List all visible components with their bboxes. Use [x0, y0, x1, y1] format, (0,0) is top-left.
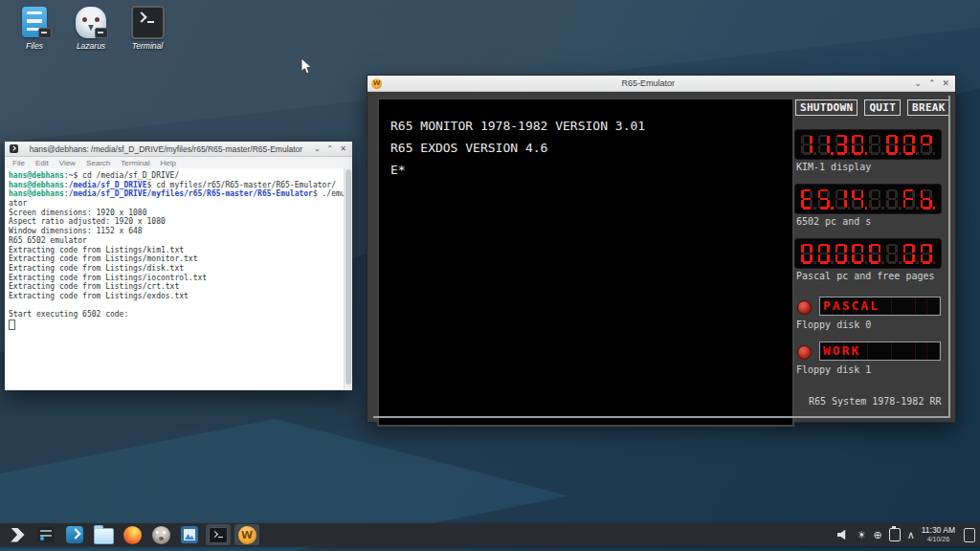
network-icon[interactable]: ⊕ [873, 530, 881, 540]
taskbar-app-icons: W [0, 524, 259, 545]
terminal-line: Screen dimensions: 1920 x 1080 [9, 209, 345, 218]
desktop-icon-lazarus[interactable]: Lazarus [64, 5, 118, 51]
menu-help[interactable]: Help [160, 159, 175, 167]
quit-button[interactable]: QUIT [864, 99, 901, 116]
seven-segment-digit [921, 189, 932, 209]
floppy-label: Floppy disk 0 [796, 320, 871, 330]
seven-segment-display [795, 239, 941, 268]
scrollbar-thumb[interactable] [345, 169, 351, 385]
terminal-task-icon [209, 527, 228, 543]
desktop-icon-label: Files [26, 41, 43, 51]
menu-terminal[interactable]: Terminal [121, 159, 149, 167]
gimp-button[interactable] [148, 524, 173, 545]
terminal-line: Extracting code from Listings/disk.txt [9, 264, 345, 274]
seven-segment-digit [921, 135, 932, 155]
terminal-titlebar[interactable]: hans@debhans: /media/sf_D_DRIVE/myfiles/… [5, 142, 352, 157]
close-button[interactable]: ✕ [942, 78, 949, 88]
menu-edit[interactable]: Edit [35, 159, 49, 167]
floppy-disk-name: PASCAL [820, 298, 940, 315]
terminal-task-button[interactable] [206, 524, 231, 545]
seven-segment-digit [886, 189, 898, 209]
shutdown-button[interactable]: SHUTDOWN [795, 99, 858, 116]
seven-segment-digit [835, 135, 847, 155]
terminal-line: Extracting code from Listings/exdos.txt [9, 292, 345, 301]
terminal-text: $ cd myfiles/r65/R65-master/R65-Emulator… [147, 181, 336, 189]
task-manager-settings-button[interactable] [33, 524, 58, 545]
floppy-label: Floppy disk 1 [796, 364, 871, 375]
terminal-line: Window dimensions: 1152 x 648 [9, 227, 345, 236]
terminal-line: R65 6502 emulator [9, 236, 345, 246]
screenshot-tool-button[interactable] [177, 524, 202, 545]
minimize-button[interactable]: ⌄ [914, 78, 922, 88]
terminal-text: $ cd /media/sf_D_DRIVE/ [73, 171, 179, 180]
clock-date: 4/10/26 [927, 536, 949, 543]
seven-segment-digit [801, 189, 813, 209]
desktop-icons: Files Lazarus Terminal [8, 5, 174, 51]
break-button[interactable]: BREAK [907, 99, 950, 116]
clock-time: 11:30 AM [922, 526, 955, 536]
clipboard-icon[interactable] [889, 528, 901, 541]
terminal-line: ator [9, 199, 345, 209]
emulator-buttons: SHUTDOWNQUITBREAK [795, 99, 950, 116]
desktop: Files Lazarus Terminal hans@debhans: /me… [0, 0, 980, 551]
seven-segment-display [795, 185, 941, 213]
file-manager-button[interactable] [91, 524, 116, 545]
terminal-text: Extracting code from Listings/kim1.txt [9, 246, 184, 254]
terminal-text: Window dimensions: 1152 x 648 [9, 227, 143, 235]
seven-segment-digit [903, 135, 915, 155]
seven-segment-digit [852, 244, 863, 264]
firefox-icon [123, 526, 142, 544]
terminal-window: hans@debhans: /media/sf_D_DRIVE/myfiles/… [5, 142, 352, 390]
brightness-icon[interactable]: ☀ [858, 530, 867, 540]
crt-text-line: R65 MONITOR 1978-1982 VERSION 3.01 [390, 115, 792, 137]
maximize-button[interactable]: ⌃ [327, 144, 334, 153]
terminal-line [9, 301, 345, 311]
volume-icon[interactable] [837, 529, 851, 540]
seven-segment-digit [886, 135, 898, 155]
terminal-line: hans@debhans:~$ cd /media/sf_D_DRIVE/ [9, 171, 345, 181]
terminal-window-controls: ⌄⌃✕ [314, 144, 346, 153]
display-label: Pascal pc and free pages [796, 271, 935, 281]
app-launcher-icon [11, 528, 25, 542]
wine-emulator-task-icon: W [238, 526, 256, 544]
menu-search[interactable]: Search [86, 159, 110, 167]
emulator-window-title: R65-Emulator [382, 78, 914, 88]
menu-view[interactable]: View [59, 159, 76, 167]
terminal-text: /media/sf_D_DRIVE/myfiles/r65/R65-master… [69, 189, 313, 198]
menu-file[interactable]: File [12, 159, 25, 167]
seven-segment-digit [852, 189, 863, 209]
display-label: KIM-1 display [796, 162, 871, 172]
terminal-text: hans@debhans [9, 181, 64, 189]
desktop-icon-terminal[interactable]: Terminal [121, 5, 174, 51]
wine-emulator-task-button[interactable]: W [234, 524, 259, 545]
terminal-text: Extracting code from Listings/monitor.tx… [9, 254, 197, 263]
emulator-titlebar[interactable]: W R65-Emulator ⌄⌃✕ [368, 76, 955, 92]
firefox-button[interactable] [120, 524, 145, 545]
seven-segment-digit [818, 244, 830, 264]
minimize-button[interactable]: ⌄ [314, 144, 321, 153]
close-button[interactable]: ✕ [340, 144, 346, 153]
maximize-button[interactable]: ⌃ [928, 78, 936, 88]
display-label: 6502 pc and s [796, 216, 871, 227]
seven-segment-digit [869, 189, 880, 209]
terminal-text: Screen dimensions: 1920 x 1080 [9, 209, 147, 217]
crt-text-line: R65 EXDOS VERSION 4.6 [390, 137, 792, 159]
show-desktop-button[interactable] [964, 528, 975, 542]
screenshot-tool-icon [181, 526, 198, 543]
terminal-output[interactable]: hans@debhans:~$ cd /media/sf_D_DRIVE/han… [5, 168, 345, 390]
desktop-icon-label: Lazarus [77, 41, 105, 51]
clock[interactable]: 11:30 AM 4/10/26 [922, 526, 955, 543]
app-launcher-button[interactable] [5, 524, 30, 545]
floppy-led-icon [797, 345, 812, 360]
desktop-icon-files[interactable]: Files [8, 5, 61, 51]
discover-button[interactable] [62, 524, 87, 545]
system-tray: ☀⊕∧ 11:30 AM 4/10/26 [837, 526, 980, 543]
file-manager-icon [94, 528, 114, 544]
seven-segment-digit [835, 189, 847, 209]
terminal-text: ator [9, 199, 27, 208]
terminal-scrollbar[interactable] [344, 168, 352, 390]
emulator-window-controls: ⌄⌃✕ [914, 78, 949, 88]
expand-tray-icon[interactable]: ∧ [907, 530, 915, 540]
emulator-crt-screen[interactable]: R65 MONITOR 1978-1982 VERSION 3.01R65 EX… [377, 98, 794, 427]
seven-segment-digit [852, 135, 863, 155]
